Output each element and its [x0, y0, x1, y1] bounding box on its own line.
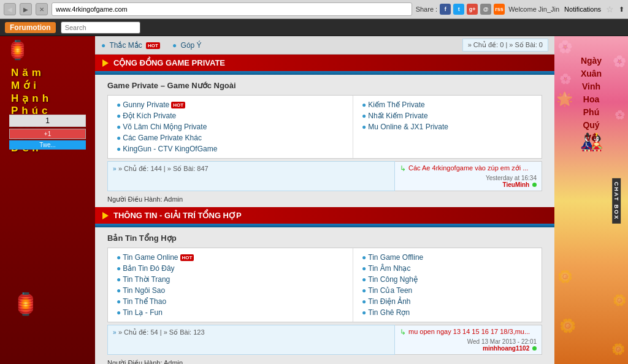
- back-button[interactable]: ◀: [4, 3, 16, 15]
- rss-icon[interactable]: rss: [494, 4, 505, 15]
- forum-box-1: ●Gunny PrivateHOT ●Đột Kích Private ●Võ …: [107, 95, 542, 159]
- list-item[interactable]: ●Nhất Kiếm Private: [359, 110, 535, 121]
- forum-right-1: ●Kiếm Thế Private ●Nhất Kiếm Private ●Mu…: [353, 96, 542, 158]
- last-post-link-1[interactable]: Các Ae 4rkingofgame vào zúp em zới ...: [408, 164, 528, 172]
- facebook-icon[interactable]: f: [440, 4, 451, 15]
- list-item[interactable]: ●KingGun - CTV KingOfGame: [114, 143, 347, 154]
- sidebar-decorative: 🏮 Năm Mới Hạnh Phúc Bình An Đến 1 +1 Twe…: [0, 36, 95, 364]
- twitter-icon[interactable]: t: [453, 4, 464, 15]
- upload-icon[interactable]: ⬆: [619, 6, 624, 13]
- admin-label-1: Người Điều Hành: Admin: [101, 194, 548, 206]
- online-indicator-2: [532, 346, 537, 351]
- forum-box-2: ●Tin Game OnlineHOT ●Bản Tin Đó Đây ●Tin…: [107, 248, 542, 322]
- url-bar[interactable]: [52, 2, 412, 16]
- subsection-ban-tin: Bản Tin Tổng Hợp ●Tin Game OnlineHOT ●Bả…: [95, 227, 554, 364]
- list-item[interactable]: ●Mu Online & JX1 Private: [359, 121, 535, 132]
- lantern-bottom-icon: 🏮: [12, 292, 39, 317]
- subsection-title-2: Bản Tin Tổng Hợp: [101, 230, 548, 245]
- top-bar-item-thac-mac[interactable]: ● Thắc Mắc HOT: [101, 41, 160, 50]
- forward-button[interactable]: ▶: [20, 3, 32, 15]
- forum-right-2: ●Tin Game Offline ●Tin Âm Nhạc ●Tin Công…: [353, 248, 542, 322]
- stats-last-post-row-1: » » Chủ đề: 144 | » Số Bài: 847 ↳ Các Ae…: [107, 161, 542, 191]
- list-item[interactable]: ●Tin Game OnlineHOT: [114, 252, 347, 263]
- list-item[interactable]: ●Tin Điện Ảnh: [359, 296, 535, 307]
- last-post-content-1: ↳ Các Ae 4rkingofgame vào zúp em zới ...: [400, 164, 537, 173]
- section-cong-dong: CỘNG ĐỒNG GAME PRIVATE Game Private – Ga…: [95, 55, 554, 206]
- list-item[interactable]: ●Tin Thời Trang: [114, 274, 347, 285]
- left-sidebar: 🏮 Năm Mới Hạnh Phúc Bình An Đến 1 +1 Twe…: [0, 36, 95, 364]
- sidebar-widgets: 1 +1 Twe...: [0, 113, 95, 151]
- list-item[interactable]: ●Tin Game Offline: [359, 252, 535, 263]
- main-content: 🏮 Năm Mới Hạnh Phúc Bình An Đến 1 +1 Twe…: [0, 36, 628, 364]
- forum-box-inner-1: ●Gunny PrivateHOT ●Đột Kích Private ●Võ …: [108, 96, 542, 158]
- share-label: Share : f t g+ @ rss: [416, 4, 505, 15]
- list-item[interactable]: ●Tin Lạ - Fun: [114, 307, 347, 318]
- bookmark-icon[interactable]: ☆: [606, 4, 614, 14]
- subsection-game-private: Game Private – Game Nước Ngoài ●Gunny Pr…: [95, 75, 554, 206]
- center-content[interactable]: ● Thắc Mắc HOT ● Góp Ý » Chủ đề: 0 | » S…: [95, 36, 554, 364]
- list-item[interactable]: ●Tin Ngôi Sao: [114, 285, 347, 296]
- email-icon[interactable]: @: [480, 4, 491, 15]
- right-sidebar: 🌸 🌸 🌸 🌟 🌸 🌼 🌼 🌼 🌼 🌼 🎎 CHAT BOX: [554, 36, 628, 364]
- top-stats: » Chủ đề: 0 | » Số Bài: 0: [462, 39, 548, 51]
- tweet-button[interactable]: Twe...: [9, 140, 86, 150]
- notifications-button[interactable]: Notifications: [564, 6, 601, 13]
- list-item[interactable]: ●Tin Thể Thao: [114, 296, 347, 307]
- list-item[interactable]: ●Tin Ghê Rợn: [359, 307, 535, 318]
- list-item[interactable]: ●Kiếm Thế Private: [359, 99, 535, 110]
- googleplus-icon[interactable]: g+: [467, 4, 478, 15]
- plus-one-box[interactable]: +1: [9, 129, 86, 139]
- last-post-arrow-icon: ↳: [400, 164, 406, 173]
- admin-label-2: Người Điều Hành: Admin: [101, 357, 548, 364]
- post-meta-2: Wed 13 Mar 2013 - 22:01 minhhoang1102: [400, 338, 537, 352]
- last-post-arrow-icon-2: ↳: [400, 328, 406, 336]
- welcome-text: Welcome Jin_Jin: [508, 6, 559, 13]
- last-post-box-1: ↳ Các Ae 4rkingofgame vào zúp em zới ...…: [395, 161, 542, 191]
- stats-last-post-row-2: » » Chủ đề: 54 | » Số Bài: 123 ↳ mu open…: [107, 325, 542, 355]
- list-item[interactable]: ●Võ Lâm Chi Mộng Private: [114, 121, 347, 132]
- right-sidebar-text: Ngày Xuân Vinh Hoa Phú Quý Về: [581, 55, 602, 145]
- section-header-thong-tin: THÔNG TIN - GIẢI TRÍ TỔNG HỢP: [95, 207, 554, 224]
- stats-box-1: » » Chủ đề: 144 | » Số Bài: 847: [107, 161, 395, 191]
- last-post-content-2: ↳ mu open ngay 13 14 15 16 17 18/3,mu...: [400, 328, 537, 336]
- forum-left-2: ●Tin Game OnlineHOT ●Bản Tin Đó Đây ●Tin…: [108, 248, 353, 322]
- forumotion-logo[interactable]: Forumotion: [5, 22, 56, 33]
- hot-badge: HOT: [180, 254, 194, 261]
- last-post-box-2: ↳ mu open ngay 13 14 15 16 17 18/3,mu...…: [395, 325, 542, 355]
- top-bar: ● Thắc Mắc HOT ● Góp Ý » Chủ đề: 0 | » S…: [95, 36, 554, 55]
- last-post-link-2[interactable]: mu open ngay 13 14 15 16 17 18/3,mu...: [408, 328, 530, 335]
- top-bar-item-gop-y[interactable]: ● Góp Ý: [172, 41, 202, 50]
- browser-toolbar: ◀ ▶ ✕ Share : f t g+ @ rss Welcome Jin_J…: [0, 0, 628, 19]
- forum-box-inner-2: ●Tin Game OnlineHOT ●Bản Tin Đó Đây ●Tin…: [108, 248, 542, 322]
- lantern-top-icon: 🏮: [6, 39, 29, 61]
- search-input[interactable]: [61, 21, 140, 34]
- list-item[interactable]: ●Gunny PrivateHOT: [114, 99, 347, 110]
- stats-box-2: » » Chủ đề: 54 | » Số Bài: 123: [107, 325, 395, 355]
- forum-left-1: ●Gunny PrivateHOT ●Đột Kích Private ●Võ …: [108, 96, 353, 158]
- post-meta-1: Yesterday at 16:34 TieuMinh: [400, 175, 537, 188]
- chat-box-label: CHAT BOX: [612, 178, 621, 224]
- section-header-cong-dong: CỘNG ĐỒNG GAME PRIVATE: [95, 55, 554, 71]
- hot-badge: HOT: [171, 102, 185, 108]
- list-item[interactable]: ●Tin Âm Nhạc: [359, 263, 535, 274]
- counter-box: 1: [9, 115, 86, 127]
- online-indicator: [532, 183, 537, 187]
- browser-right-area: Welcome Jin_Jin Notifications ☆ ⬆: [508, 4, 624, 14]
- right-sidebar-bg: 🌸 🌸 🌸 🌟 🌸 🌼 🌼 🌼 🌼 🌼 🎎 CHAT BOX: [554, 36, 628, 364]
- list-item[interactable]: ●Bản Tin Đó Đây: [114, 263, 347, 274]
- forumotion-bar: Forumotion: [0, 19, 628, 36]
- section-thong-tin: THÔNG TIN - GIẢI TRÍ TỔNG HỢP Bản Tin Tổ…: [95, 207, 554, 364]
- list-item[interactable]: ●Tin Của Teen: [359, 285, 535, 296]
- hot-badge: HOT: [146, 42, 160, 49]
- subsection-title-1: Game Private – Game Nước Ngoài: [101, 77, 548, 93]
- close-tab-button[interactable]: ✕: [36, 3, 48, 15]
- list-item[interactable]: ●Đột Kích Private: [114, 110, 347, 121]
- list-item[interactable]: ●Tin Công Nghệ: [359, 274, 535, 285]
- list-item[interactable]: ●Các Game Private Khác: [114, 132, 347, 143]
